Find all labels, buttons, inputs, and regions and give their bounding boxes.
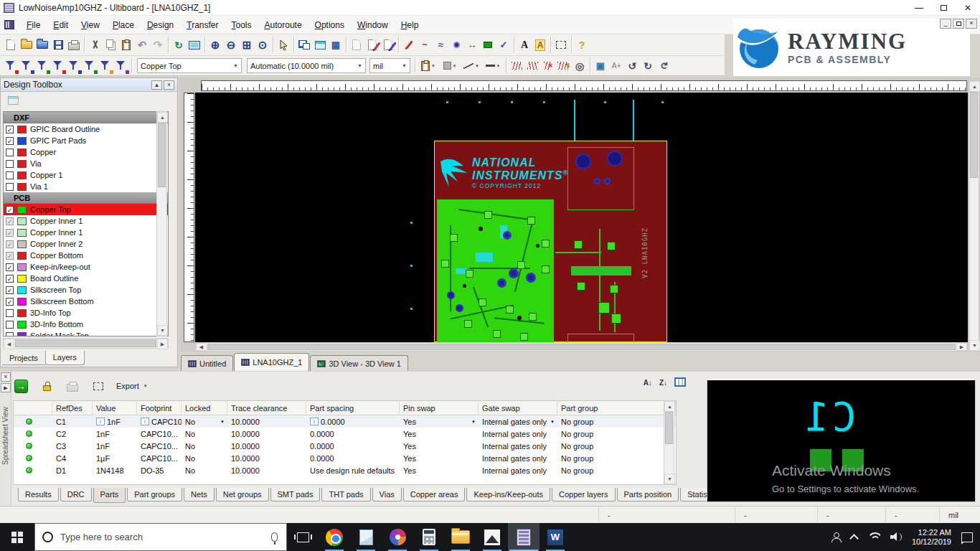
layer-row[interactable]: ✓Copper Inner 1 — [4, 215, 168, 227]
spreadsheet-tab-keep-ins-keep-outs[interactable]: Keep-ins/Keep-outs — [466, 488, 550, 501]
spreadsheet-tab-part-groups[interactable]: Part groups — [127, 488, 182, 501]
fill-style-icon[interactable]: ▼ — [439, 58, 461, 74]
filter-pads-icon[interactable] — [34, 58, 50, 74]
menu-design[interactable]: Design — [141, 18, 180, 32]
document-tab[interactable]: Untitled — [181, 355, 233, 371]
save-icon[interactable] — [50, 37, 66, 53]
grid-combobox[interactable]: Automatic (10.0000 mil)▼ — [247, 58, 366, 73]
remove-trace-icon[interactable]: × — [540, 58, 556, 74]
open-project-icon[interactable] — [34, 37, 50, 53]
filter-parts-icon[interactable] — [3, 58, 19, 74]
wifi-icon[interactable] — [867, 532, 880, 542]
column-header-footprint[interactable]: Footprint — [137, 401, 182, 415]
lock-icon[interactable] — [39, 378, 55, 394]
autoroute-icon[interactable]: ↯ — [556, 58, 572, 74]
zoom-window-icon[interactable]: ⊞ — [239, 37, 255, 53]
project-bar-icon[interactable] — [296, 37, 312, 53]
part-wizard-icon[interactable] — [380, 37, 396, 53]
netlist-icon[interactable] — [524, 58, 540, 74]
export-button[interactable]: Export ▼ — [116, 382, 148, 390]
layer-row[interactable]: ✓Copper Inner 2 — [4, 238, 168, 250]
filter-vias-icon[interactable] — [50, 58, 66, 74]
open-file-icon[interactable] — [19, 37, 34, 53]
menu-place[interactable]: Place — [106, 18, 141, 32]
layer-visibility-checkbox[interactable]: ✓ — [6, 298, 14, 306]
layer-row[interactable]: ✓Copper Inner 1 — [4, 227, 168, 238]
menu-file[interactable]: File — [20, 18, 47, 32]
parts-table-row[interactable]: C41µFCAPC10...No10.00000.0000YesInternal… — [14, 452, 676, 464]
scroll-right-icon[interactable]: ▶ — [157, 339, 168, 349]
spreadsheet-view-icon[interactable] — [312, 37, 328, 53]
layer-visibility-checkbox[interactable]: ✓ — [6, 206, 14, 214]
parts-table-row[interactable]: C1i1nFiCAPC10...No▼10.0000i0.0000Yes▼Int… — [14, 415, 676, 428]
spreadsheet-tab-vias[interactable]: Vias — [372, 488, 402, 501]
people-icon[interactable] — [831, 532, 841, 542]
layer-visibility-checkbox[interactable]: ✓ — [6, 286, 14, 294]
layers-icon[interactable] — [5, 93, 21, 108]
column-header-part-spacing[interactable]: Part spacing — [306, 401, 400, 415]
layer-visibility-checkbox[interactable]: ✓ — [6, 137, 14, 145]
sort-descending-icon[interactable]: Z↓ — [659, 379, 667, 387]
layer-row[interactable]: Copper — [4, 146, 168, 158]
units-combobox[interactable]: mil▼ — [369, 58, 410, 73]
spreadsheet-expand-icon[interactable]: ▶ — [1, 383, 11, 392]
panel-close-button[interactable]: × — [164, 80, 174, 90]
taskbar-file-explorer[interactable] — [445, 523, 476, 551]
attribute-icon[interactable]: A — [532, 37, 548, 53]
copper-area-icon[interactable] — [480, 37, 496, 53]
scroll-left-icon[interactable]: ◀ — [4, 339, 14, 349]
taskbar-ultiboard[interactable] — [508, 523, 540, 551]
copy-icon[interactable] — [103, 37, 118, 53]
canvas-vertical-scrollbar[interactable]: ▲ ▼ — [969, 80, 979, 352]
font-icon[interactable]: A — [517, 37, 532, 53]
layer-row[interactable]: ✓Copper Top — [4, 204, 168, 215]
filter-text-icon[interactable] — [98, 58, 113, 74]
layer-visibility-checkbox[interactable] — [6, 332, 14, 337]
help-icon[interactable]: ? — [574, 37, 590, 53]
layer-list-horizontal-scrollbar[interactable]: ◀ ▶ — [3, 338, 169, 349]
layer-visibility-checkbox[interactable]: ✓ — [6, 275, 14, 283]
board-wizard-icon[interactable] — [364, 37, 380, 53]
action-center-icon[interactable] — [961, 532, 973, 542]
spreadsheet-tab-drc[interactable]: DRC — [60, 488, 92, 501]
layer-row[interactable]: 3D-Info Bottom — [4, 319, 168, 330]
follow-me-icon[interactable]: ~ — [417, 37, 433, 53]
spreadsheet-tab-parts[interactable]: Parts — [93, 488, 126, 503]
document-tab[interactable]: LNA10GHZ_1 — [234, 353, 309, 371]
menu-edit[interactable]: Edit — [47, 18, 75, 32]
zoom-in-icon[interactable]: ⊕ — [207, 37, 223, 53]
active-layer-combobox[interactable]: Copper Top▼ — [137, 58, 242, 73]
paste-icon[interactable] — [118, 37, 134, 53]
maximize-button[interactable] — [931, 0, 956, 15]
parts-table-row[interactable]: C31nFCAPC10...No10.00000.0000YesInternal… — [14, 440, 676, 452]
spreadsheet-tab-tht-pads[interactable]: THT pads — [321, 488, 370, 501]
select-icon[interactable] — [275, 37, 291, 53]
line-style-icon[interactable]: ▼ — [461, 58, 482, 74]
column-header-refdes[interactable]: RefDes — [52, 401, 93, 415]
scrollbar-thumb[interactable] — [970, 92, 978, 178]
columns-icon[interactable] — [674, 377, 686, 388]
column-header-pin-swap[interactable]: Pin swap — [400, 401, 479, 415]
spreadsheet-tab-parts-position[interactable]: Parts position — [617, 488, 679, 501]
layer-visibility-checkbox[interactable] — [6, 149, 14, 156]
scroll-left-icon[interactable]: ◀ — [196, 343, 207, 351]
print-icon[interactable] — [66, 37, 82, 53]
layer-row[interactable]: Via — [4, 158, 168, 169]
scroll-down-icon[interactable]: ▼ — [969, 340, 980, 351]
taskbar-chrome[interactable] — [319, 523, 350, 551]
volume-icon[interactable] — [890, 532, 902, 542]
scroll-down-icon[interactable]: ▼ — [664, 474, 675, 484]
scroll-right-icon[interactable]: ▶ — [956, 343, 967, 351]
filter-copper-icon[interactable] — [66, 58, 82, 74]
microphone-icon[interactable] — [271, 532, 278, 542]
filter-traces-icon[interactable] — [19, 58, 34, 74]
spreadsheet-tab-nets[interactable]: Nets — [184, 488, 215, 501]
connection-icon[interactable]: ≈ — [433, 37, 448, 53]
layer-row[interactable]: ✓Board Outline — [4, 273, 168, 284]
taskbar-task-view[interactable] — [287, 523, 319, 551]
taskbar-paint[interactable] — [382, 523, 413, 551]
canvas-horizontal-scrollbar[interactable]: ◀ ▶ — [195, 342, 968, 352]
selection-filter-icon[interactable] — [553, 37, 569, 53]
dimension-icon[interactable]: ↔ — [464, 37, 480, 53]
layer-row[interactable]: ✓Copper Bottom — [4, 250, 168, 261]
